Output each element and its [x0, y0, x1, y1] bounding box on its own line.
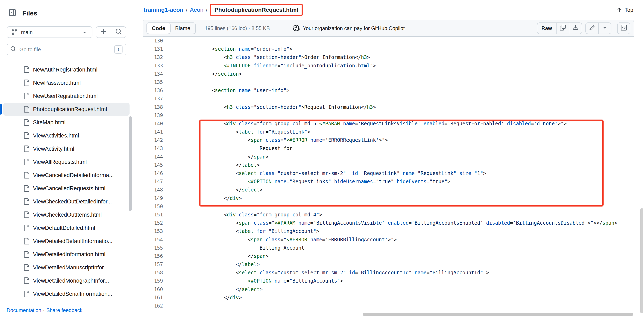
- file-tree-item[interactable]: ViewActivity.html: [3, 142, 130, 155]
- code-line-content: <div class="form-group col-md-4">: [169, 211, 322, 219]
- file-tree-item[interactable]: ViewDetailedManuscriptInfor...: [3, 261, 130, 274]
- line-number[interactable]: 140: [143, 120, 169, 128]
- symbols-panel-button[interactable]: [617, 22, 630, 34]
- line-number[interactable]: 155: [143, 244, 169, 252]
- line-number[interactable]: 131: [143, 45, 169, 53]
- line-number[interactable]: 130: [143, 37, 169, 45]
- line-number[interactable]: 149: [143, 194, 169, 202]
- line-number[interactable]: 137: [143, 95, 169, 103]
- share-feedback-link[interactable]: Share feedback: [46, 307, 82, 313]
- branch-selector[interactable]: main: [6, 26, 92, 38]
- edit-button-group: [586, 22, 612, 34]
- horizontal-scrollbar[interactable]: [363, 313, 633, 316]
- line-number[interactable]: 159: [143, 277, 169, 285]
- line-number[interactable]: 146: [143, 169, 169, 177]
- line-number[interactable]: 153: [143, 227, 169, 235]
- file-tree-item[interactable]: ViewCancelledRequests.html: [3, 182, 130, 195]
- code-line-content: </section>: [169, 70, 242, 78]
- code-line: 155 Billing Account: [143, 244, 634, 252]
- line-number[interactable]: 145: [143, 161, 169, 169]
- new-file-button[interactable]: [96, 27, 111, 37]
- code-line-content: </select>: [169, 285, 262, 294]
- tab-code[interactable]: Code: [146, 22, 170, 34]
- file-viewer-box: Code Blame 195 lines (166 loc) · 8.55 KB…: [143, 20, 634, 317]
- file-tree-item[interactable]: SiteMap.html: [3, 116, 130, 129]
- edit-dropdown-button[interactable]: [598, 22, 612, 34]
- line-number[interactable]: 136: [143, 86, 169, 95]
- file-tree-item[interactable]: ViewDefaultDetailed.html: [3, 221, 130, 235]
- code-line-content: <#INCLUDE filename="include_photoduplica…: [169, 62, 376, 70]
- file-tree-item[interactable]: ViewCancelledDetailedInforma...: [3, 169, 130, 182]
- edit-file-button[interactable]: [586, 22, 598, 34]
- copy-icon: [560, 25, 566, 32]
- file-tree-item[interactable]: NewAuthRegistration.html: [3, 63, 130, 76]
- search-tree-button[interactable]: [111, 27, 126, 37]
- copy-raw-button[interactable]: [556, 22, 569, 34]
- file-tree-item[interactable]: ViewDetailedMonographInfor...: [3, 274, 130, 287]
- line-number[interactable]: 133: [143, 62, 169, 70]
- documentation-link[interactable]: Documentation: [6, 307, 41, 313]
- line-number[interactable]: 154: [143, 236, 169, 244]
- file-icon: [23, 93, 30, 99]
- code-viewer[interactable]: 130131 <section name="order-info">132 <h…: [143, 37, 634, 310]
- line-number[interactable]: 141: [143, 128, 169, 136]
- line-number[interactable]: 148: [143, 186, 169, 194]
- file-tree-item[interactable]: ViewCheckedOutDetailedInfor...: [3, 195, 130, 208]
- file-tree-item[interactable]: ViewDetailedInformation.html: [3, 248, 130, 261]
- go-to-file-input[interactable]: Go to file t: [6, 44, 126, 55]
- line-number[interactable]: 144: [143, 153, 169, 161]
- code-line: 148 </select>: [143, 186, 634, 194]
- file-tree-item[interactable]: ViewAllRequests.html: [3, 155, 130, 169]
- breadcrumb-repo-link[interactable]: training1-aeon: [144, 6, 184, 13]
- tab-blame[interactable]: Blame: [170, 23, 195, 33]
- search-icon: [115, 28, 122, 36]
- file-name: ViewCancelledDetailedInforma...: [33, 172, 114, 179]
- line-number[interactable]: 151: [143, 211, 169, 219]
- line-number[interactable]: 150: [143, 202, 169, 211]
- back-to-top-label: Top: [624, 7, 633, 13]
- file-name: ViewDetailedManuscriptInfor...: [33, 265, 108, 271]
- code-line: 151 <div class="form-group col-md-4">: [143, 211, 634, 219]
- line-number[interactable]: 142: [143, 136, 169, 144]
- file-toolbar: Code Blame 195 lines (166 loc) · 8.55 KB…: [143, 20, 634, 37]
- line-number[interactable]: 138: [143, 103, 169, 111]
- file-icon: [23, 278, 30, 284]
- code-line-content: <span class="<#ERROR name='ERRORRequestL…: [169, 136, 388, 144]
- line-number[interactable]: 162: [143, 302, 169, 310]
- breadcrumb-folder-link[interactable]: Aeon: [190, 6, 204, 13]
- file-tree-item[interactable]: ViewDetailedDefaultInformatio...: [3, 235, 130, 248]
- download-raw-button[interactable]: [569, 22, 582, 34]
- file-tree-item[interactable]: NewUserRegistration.html: [3, 89, 130, 103]
- code-line: 146 <select class="custom-select mr-sm-2…: [143, 169, 634, 177]
- line-number[interactable]: 134: [143, 70, 169, 78]
- line-number[interactable]: 147: [143, 177, 169, 186]
- copilot-banner[interactable]: Your organization can pay for GitHub Cop…: [293, 25, 405, 31]
- back-to-top-button[interactable]: Top: [616, 7, 633, 13]
- line-number[interactable]: 156: [143, 252, 169, 260]
- line-number[interactable]: 139: [143, 111, 169, 120]
- code-line-content: [169, 111, 176, 120]
- line-number[interactable]: 157: [143, 260, 169, 269]
- file-tree-item[interactable]: ViewDetailedSerialInformation...: [3, 287, 130, 301]
- code-line-content: <h3 class="section-header">Order Informa…: [169, 53, 370, 61]
- line-number[interactable]: 160: [143, 285, 169, 294]
- line-number[interactable]: 132: [143, 53, 169, 61]
- collapse-file-tree-button[interactable]: [6, 7, 18, 19]
- file-tree-item[interactable]: NewPassword.html: [3, 76, 130, 89]
- pencil-icon: [589, 25, 595, 32]
- file-tree-item[interactable]: ViewCheckedOutItems.html: [3, 208, 130, 221]
- code-line-content: </span>: [169, 153, 268, 161]
- file-name: ViewCancelledRequests.html: [33, 185, 106, 192]
- line-number[interactable]: 158: [143, 269, 169, 277]
- line-number[interactable]: 152: [143, 219, 169, 227]
- page-scrollbar[interactable]: [640, 208, 643, 313]
- sidebar-scrollbar[interactable]: [129, 116, 132, 211]
- code-line: 132 <h3 class="section-header">Order Inf…: [143, 53, 634, 61]
- file-tree-item[interactable]: PhotoduplicationRequest.html: [3, 103, 130, 116]
- line-number[interactable]: 143: [143, 144, 169, 153]
- code-line: 157 </label>: [143, 260, 634, 269]
- line-number[interactable]: 135: [143, 78, 169, 86]
- file-tree-item[interactable]: ViewActivities.html: [3, 129, 130, 142]
- line-number[interactable]: 161: [143, 294, 169, 302]
- raw-button[interactable]: Raw: [537, 22, 556, 34]
